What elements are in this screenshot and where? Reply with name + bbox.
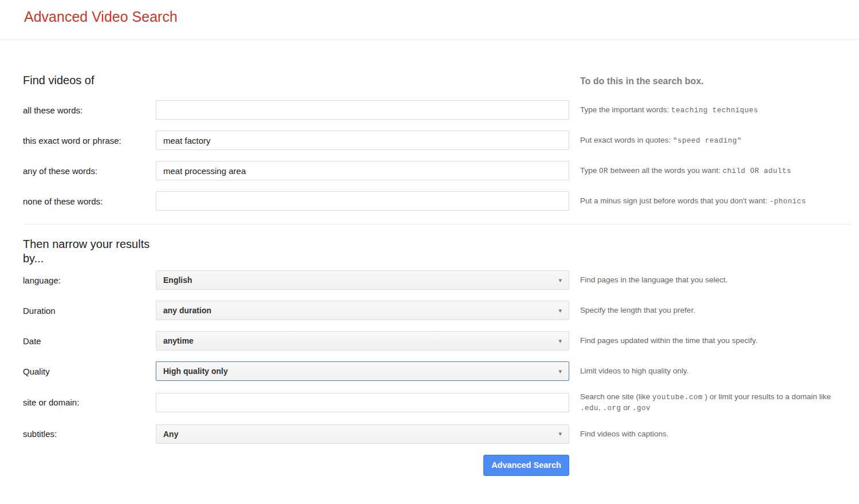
exact-word-or-phrase-field-cell: [156, 131, 569, 150]
narrow-results-heading: Then narrow your results by...: [23, 237, 173, 266]
find-section-rows: all these words:Type the important words…: [23, 100, 852, 211]
none-of-these-words-input[interactable]: [156, 191, 569, 211]
none-of-these-words-field-cell: [156, 191, 569, 211]
site-or-domain-input[interactable]: [156, 393, 569, 412]
page-title: Advanced Video Search: [24, 7, 178, 32]
date-field-cell: anytime▾: [156, 331, 569, 351]
date-selected-value: anytime: [163, 336, 194, 345]
form-row-subtitles: subtitles:Any▾Find videos with captions.: [23, 424, 852, 444]
all-these-words-field-cell: [156, 100, 569, 120]
any-of-these-words-input[interactable]: [156, 161, 569, 180]
none-of-these-words-label: none of these words:: [23, 196, 156, 206]
duration-label: Duration: [23, 306, 156, 316]
subtitles-hint: Find videos with captions.: [569, 429, 844, 439]
language-selected-value: English: [163, 275, 192, 285]
form-row-exact-word-or-phrase: this exact word or phrase:Put exact word…: [23, 131, 852, 150]
dropdown-arrow-icon: ▾: [558, 368, 562, 375]
main-content: Find videos of To do this in the search …: [0, 74, 859, 476]
language-select[interactable]: English▾: [156, 270, 569, 290]
subtitles-selected-value: Any: [163, 430, 178, 439]
search-box-hint-heading: To do this in the search box.: [569, 76, 852, 86]
exact-word-or-phrase-hint: Put exact words in quotes: "speed readin…: [569, 135, 844, 146]
duration-field-cell: any duration▾: [156, 301, 569, 320]
date-label: Date: [23, 336, 156, 346]
page-header: Advanced Video Search: [0, 0, 859, 40]
quality-selected-value: High quality only: [163, 367, 228, 376]
subtitles-label: subtitles:: [23, 429, 156, 439]
form-row-site-or-domain: site or domain:Search one site (like you…: [23, 392, 852, 414]
date-hint: Find pages updated within the time that …: [569, 336, 844, 346]
none-of-these-words-hint: Put a minus sign just before words that …: [569, 196, 844, 207]
dropdown-arrow-icon: ▾: [558, 338, 562, 344]
language-label: language:: [23, 275, 156, 285]
form-row-quality: QualityHigh quality only▾Limit videos to…: [23, 361, 852, 381]
all-these-words-input[interactable]: [156, 100, 569, 120]
date-select[interactable]: anytime▾: [156, 331, 569, 351]
language-hint: Find pages in the language that you sele…: [569, 275, 844, 285]
button-row: Advanced Search: [23, 455, 852, 476]
language-field-cell: English▾: [156, 270, 569, 290]
form-row-none-of-these-words: none of these words:Put a minus sign jus…: [23, 191, 852, 211]
quality-hint: Limit videos to high quality only.: [569, 366, 844, 376]
site-or-domain-label: site or domain:: [23, 397, 156, 407]
site-or-domain-hint: Search one site (like youtube.com ) or l…: [569, 392, 844, 414]
narrow-section-rows: language:English▾Find pages in the langu…: [23, 270, 852, 444]
dropdown-arrow-icon: ▾: [558, 277, 562, 284]
form-row-all-these-words: all these words:Type the important words…: [23, 100, 852, 120]
exact-word-or-phrase-input[interactable]: [156, 131, 569, 150]
section-divider: [23, 224, 852, 225]
advanced-search-button[interactable]: Advanced Search: [483, 455, 569, 476]
subtitles-field-cell: Any▾: [156, 424, 569, 444]
duration-selected-value: any duration: [163, 306, 211, 315]
form-row-date: Dateanytime▾Find pages updated within th…: [23, 331, 852, 351]
form-row-duration: Durationany duration▾Specify the length …: [23, 301, 852, 320]
duration-select[interactable]: any duration▾: [156, 301, 569, 320]
form-row-language: language:English▾Find pages in the langu…: [23, 270, 852, 290]
quality-select[interactable]: High quality only▾: [156, 361, 569, 381]
duration-hint: Specify the length that you prefer.: [569, 305, 844, 316]
form-row-any-of-these-words: any of these words:Type OR between all t…: [23, 161, 852, 180]
all-these-words-label: all these words:: [23, 105, 156, 115]
exact-word-or-phrase-label: this exact word or phrase:: [23, 136, 156, 145]
dropdown-arrow-icon: ▾: [558, 308, 562, 314]
any-of-these-words-field-cell: [156, 161, 569, 180]
any-of-these-words-hint: Type OR between all the words you want: …: [569, 166, 844, 176]
site-or-domain-field-cell: [156, 393, 569, 412]
find-section-header: Find videos of To do this in the search …: [23, 74, 852, 87]
quality-label: Quality: [23, 367, 156, 376]
all-these-words-hint: Type the important words: teaching techn…: [569, 105, 844, 116]
quality-field-cell: High quality only▾: [156, 361, 569, 381]
find-videos-heading: Find videos of: [23, 74, 569, 87]
subtitles-select[interactable]: Any▾: [156, 424, 569, 444]
any-of-these-words-label: any of these words:: [23, 166, 156, 176]
dropdown-arrow-icon: ▾: [558, 431, 562, 437]
